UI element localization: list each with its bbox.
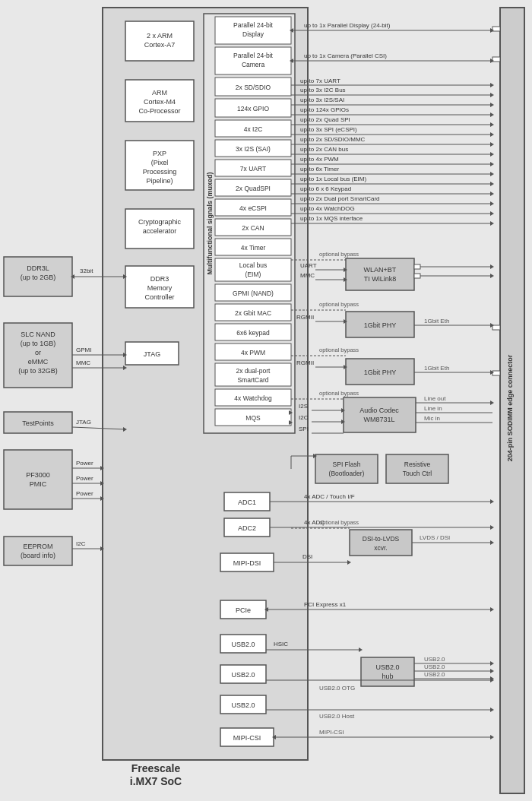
svg-text:up-to 3x I2S/SAI: up-to 3x I2S/SAI	[300, 97, 344, 103]
svg-text:USB2.0: USB2.0	[375, 663, 399, 671]
svg-text:Display: Display	[242, 30, 264, 38]
svg-text:(Pixel: (Pixel	[151, 159, 169, 166]
svg-marker-266	[490, 708, 494, 712]
svg-marker-233	[490, 499, 494, 504]
svg-marker-168	[490, 182, 494, 186]
svg-marker-278	[123, 353, 127, 357]
svg-rect-97	[220, 728, 274, 746]
svg-text:up-to 2x Dual port SmartCard: up-to 2x Dual port SmartCard	[300, 195, 380, 202]
svg-text:USB2.0 OTG: USB2.0 OTG	[319, 685, 355, 692]
svg-text:1Gbit Eth: 1Gbit Eth	[424, 365, 449, 372]
svg-rect-55	[215, 160, 291, 176]
svg-rect-108	[344, 397, 416, 432]
svg-marker-144	[490, 103, 494, 107]
svg-text:2x CAN: 2x CAN	[242, 224, 264, 232]
svg-marker-147	[490, 112, 494, 117]
svg-marker-290	[100, 481, 104, 486]
svg-marker-162	[490, 162, 494, 166]
svg-text:EEPROM: EEPROM	[23, 543, 52, 550]
svg-marker-174	[490, 201, 494, 206]
svg-rect-123	[500, 8, 524, 793]
svg-rect-120	[361, 657, 414, 686]
svg-rect-106	[346, 359, 414, 385]
svg-text:DDR3L: DDR3L	[27, 264, 49, 272]
svg-text:up-to 2x Quad SPI: up-to 2x Quad SPI	[300, 116, 350, 123]
svg-text:up-to 2x SD/SDIO/MMC: up-to 2x SD/SDIO/MMC	[300, 136, 366, 143]
svg-marker-293	[100, 496, 104, 501]
svg-text:Local bus: Local bus	[239, 261, 267, 269]
svg-text:(up to 32GB): (up to 32GB)	[18, 367, 58, 375]
svg-text:Camera: Camera	[242, 61, 265, 68]
svg-marker-186	[344, 268, 347, 272]
diagram-svg: Multifunctional signals (muxed) DDR3L (u…	[0, 0, 532, 801]
svg-text:up-to 6 x 6 Keypad: up-to 6 x 6 Keypad	[300, 185, 351, 192]
svg-text:DSI-to-LVDS: DSI-to-LVDS	[363, 535, 400, 543]
svg-rect-14	[4, 450, 72, 509]
svg-text:up to 1x Camera (Parallel CSI): up to 1x Camera (Parallel CSI)	[304, 52, 387, 59]
svg-text:up-to 6x Timer: up-to 6x Timer	[300, 166, 339, 173]
svg-rect-23	[125, 80, 194, 122]
svg-rect-53	[215, 140, 291, 157]
svg-rect-51	[215, 120, 291, 137]
svg-text:2x SD/SDIO: 2x SD/SDIO	[236, 84, 271, 91]
svg-text:USB2.0 Host: USB2.0 Host	[319, 713, 355, 720]
svg-marker-180	[490, 221, 494, 226]
svg-rect-85	[224, 518, 270, 537]
svg-text:Processing: Processing	[143, 168, 177, 176]
svg-text:1Gbit Eth: 1Gbit Eth	[424, 318, 449, 325]
svg-marker-134	[490, 59, 494, 63]
svg-text:PXP: PXP	[153, 150, 166, 157]
svg-text:Power: Power	[76, 490, 93, 497]
svg-text:MIPI-CSI: MIPI-CSI	[319, 729, 344, 736]
svg-text:Touch Ctrl: Touch Ctrl	[403, 470, 432, 477]
svg-marker-260	[490, 676, 494, 681]
svg-rect-47	[215, 78, 291, 96]
svg-text:I2S: I2S	[299, 403, 308, 410]
svg-text:4x Timer: 4x Timer	[241, 244, 266, 252]
svg-marker-165	[490, 172, 494, 176]
svg-text:32bit: 32bit	[80, 268, 93, 274]
svg-marker-236	[490, 525, 494, 530]
svg-text:USB2.0: USB2.0	[231, 641, 255, 648]
svg-rect-72	[215, 324, 291, 340]
svg-rect-6	[4, 323, 72, 388]
svg-marker-153	[490, 132, 494, 137]
svg-text:JTAG: JTAG	[76, 419, 91, 426]
svg-text:7x UART: 7x UART	[240, 165, 266, 173]
svg-rect-128	[492, 371, 500, 375]
svg-rect-27	[125, 141, 194, 190]
svg-text:Power: Power	[76, 475, 93, 482]
svg-marker-217	[341, 419, 345, 424]
svg-text:MIPI-CSI: MIPI-CSI	[233, 734, 261, 742]
svg-rect-35	[125, 266, 194, 308]
svg-text:ADC1: ADC1	[238, 499, 256, 506]
svg-text:optional bypass: optional bypass	[319, 390, 359, 397]
svg-text:1Gbit PHY: 1Gbit PHY	[364, 321, 397, 329]
svg-text:4x ADC: 4x ADC	[304, 519, 325, 526]
svg-text:SLC NAND: SLC NAND	[21, 331, 55, 338]
svg-text:TI WiLink8: TI WiLink8	[364, 275, 397, 283]
svg-marker-171	[490, 192, 494, 196]
svg-text:Memory: Memory	[147, 284, 173, 292]
soc-label-line2: i.MX7 SoC	[110, 775, 201, 787]
svg-marker-150	[490, 122, 494, 127]
svg-rect-104	[346, 312, 414, 337]
svg-text:4x PWM: 4x PWM	[241, 349, 265, 356]
svg-text:GPMI: GPMI	[76, 347, 91, 353]
svg-marker-189	[344, 277, 347, 282]
svg-text:up-to 4x WatchDOG: up-to 4x WatchDOG	[300, 205, 355, 212]
svg-marker-275	[71, 274, 74, 279]
svg-text:Parallel 24-bit: Parallel 24-bit	[233, 52, 274, 59]
svg-rect-93	[220, 665, 266, 683]
svg-rect-91	[220, 635, 266, 653]
svg-rect-61	[215, 219, 291, 236]
svg-marker-270	[272, 735, 276, 739]
svg-rect-87	[220, 553, 274, 571]
svg-marker-254	[490, 661, 494, 666]
svg-text:LVDS / DSI: LVDS / DSI	[420, 534, 450, 541]
svg-text:4x I2C: 4x I2C	[244, 125, 263, 133]
svg-marker-287	[100, 466, 104, 470]
svg-text:USB2.0: USB2.0	[424, 671, 445, 678]
svg-rect-57	[215, 179, 291, 196]
svg-text:up-to 124x GPIOs: up-to 124x GPIOs	[300, 106, 349, 113]
